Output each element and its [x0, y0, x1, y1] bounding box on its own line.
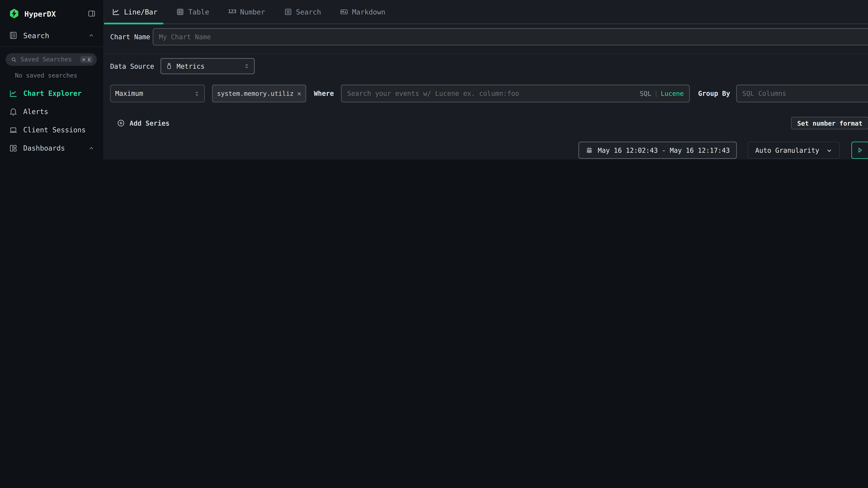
tab-search-label: Search — [296, 7, 321, 16]
series-row: Maximum system.memory.utiliza ✕ Where Se… — [104, 85, 868, 102]
dashboard-icon — [9, 143, 18, 152]
app-title: HyperDX — [24, 9, 88, 18]
chart-name-row: Chart Name My Chart Name — [104, 28, 868, 45]
sidebar: HyperDX Search Saved Searches ⌘ K — [0, 0, 104, 159]
group-by-placeholder: SQL Columns — [742, 90, 786, 97]
sidebar-dashboards-label: Dashboards — [23, 144, 65, 152]
saved-searches-input[interactable]: Saved Searches ⌘ K — [6, 53, 97, 66]
lucene-toggle-label[interactable]: Lucene — [661, 90, 684, 97]
table-icon — [176, 7, 184, 16]
date-range-picker[interactable]: May 16 12:02:43 - May 16 12:17:43 — [579, 142, 737, 159]
metric-tag-label: system.memory.utiliza — [217, 90, 293, 97]
add-series-button[interactable]: Add Series — [117, 119, 169, 127]
divider — [104, 54, 868, 54]
chart-controls-row: May 16 12:02:43 - May 16 12:17:43 Auto G… — [104, 142, 868, 159]
aggregation-select[interactable]: Maximum — [110, 85, 205, 102]
sidebar-item-search[interactable]: Search — [0, 26, 103, 47]
markdown-icon — [340, 7, 348, 16]
list-icon — [284, 7, 292, 16]
data-source-value: Metrics — [177, 62, 205, 70]
panel-collapse-icon — [88, 9, 96, 18]
saved-searches-placeholder: Saved Searches — [21, 56, 80, 63]
date-range-value: May 16 12:02:43 - May 16 12:17:43 — [598, 147, 730, 154]
group-by-input[interactable]: SQL Columns — [736, 85, 868, 102]
group-by-label: Group By — [698, 90, 730, 97]
search-icon — [10, 56, 17, 63]
remove-metric-icon[interactable]: ✕ — [297, 90, 301, 97]
main-panel: Line/Bar Table 123 Number Search — [104, 0, 868, 159]
chart-name-placeholder: My Chart Name — [159, 33, 211, 41]
app-window: HyperDX Search Saved Searches ⌘ K — [0, 0, 868, 159]
saved-searches-shortcut: ⌘ K — [80, 56, 93, 63]
tab-number-label: Number — [240, 7, 265, 16]
select-updown-icon — [194, 91, 200, 97]
granularity-value: Auto Granularity — [755, 147, 819, 154]
plus-circle-icon — [117, 119, 125, 127]
chart-area: 0.6 0.45 0.3 0.15 0 May 16 12:02:30 PM 1… — [104, 159, 868, 159]
tab-table[interactable]: Table — [175, 0, 211, 23]
where-label: Where — [314, 90, 334, 97]
add-series-label: Add Series — [129, 119, 169, 127]
chevron-up-icon — [88, 145, 95, 152]
chart-type-tabs: Line/Bar Table 123 Number Search — [104, 0, 868, 24]
where-placeholder: Search your events w/ Lucene ex. column:… — [347, 90, 519, 97]
sidebar-search-label: Search — [23, 31, 88, 40]
sidebar-client-sessions-label: Client Sessions — [23, 126, 86, 134]
hyperdx-logo-icon — [9, 8, 19, 19]
chart-name-label: Chart Name — [110, 33, 153, 41]
journal-icon — [9, 31, 18, 40]
chart-name-input[interactable]: My Chart Name — [153, 28, 868, 45]
sidebar-item-chart-explorer[interactable]: Chart Explorer — [0, 84, 103, 102]
logo-row: HyperDX — [0, 0, 103, 26]
chevron-up-icon — [88, 32, 95, 39]
laptop-icon — [9, 125, 18, 134]
run-query-button[interactable] — [851, 142, 868, 159]
sidebar-item-alerts[interactable]: Alerts — [0, 102, 103, 121]
number-123-icon: 123 — [228, 9, 236, 14]
sidebar-alerts-label: Alerts — [23, 107, 48, 116]
calendar-icon — [586, 147, 593, 154]
select-updown-icon — [244, 63, 250, 69]
chevron-down-icon — [826, 147, 833, 154]
aggregation-value: Maximum — [115, 90, 143, 97]
line-chart-icon — [112, 7, 120, 16]
where-input[interactable]: Search your events w/ Lucene ex. column:… — [341, 85, 690, 102]
timeseries-chart[interactable] — [104, 159, 868, 159]
data-source-row: Data Source Metrics — [104, 58, 868, 74]
metric-tag[interactable]: system.memory.utiliza ✕ — [212, 85, 306, 102]
tab-markdown[interactable]: Markdown — [338, 0, 387, 23]
sidebar-item-dashboards[interactable]: Dashboards — [0, 139, 103, 157]
tab-number[interactable]: 123 Number — [226, 0, 267, 23]
data-source-label: Data Source — [110, 62, 161, 70]
query-language-toggle[interactable]: SQL|Lucene — [640, 90, 684, 97]
no-saved-searches-text: No saved searches — [0, 66, 103, 79]
set-number-format-button[interactable]: Set number format — [791, 117, 868, 129]
tab-line-bar-label: Line/Bar — [124, 7, 157, 16]
sidebar-item-client-sessions[interactable]: Client Sessions — [0, 121, 103, 139]
data-source-select[interactable]: Metrics — [161, 58, 255, 74]
database-icon — [165, 63, 173, 70]
tab-search[interactable]: Search — [282, 0, 323, 23]
granularity-select[interactable]: Auto Granularity — [748, 142, 840, 159]
tab-line-bar[interactable]: Line/Bar — [110, 0, 159, 23]
series-actions-row: Add Series Set number format — [104, 117, 868, 129]
tab-markdown-label: Markdown — [352, 7, 385, 16]
play-icon — [857, 147, 864, 154]
sql-toggle-label[interactable]: SQL — [640, 90, 651, 97]
collapse-sidebar-button[interactable] — [88, 9, 96, 18]
toggle-separator: | — [654, 90, 658, 97]
sidebar-chart-explorer-label: Chart Explorer — [23, 89, 82, 97]
bell-icon — [9, 107, 18, 116]
line-chart-icon — [9, 89, 18, 98]
tab-table-label: Table — [188, 7, 209, 16]
